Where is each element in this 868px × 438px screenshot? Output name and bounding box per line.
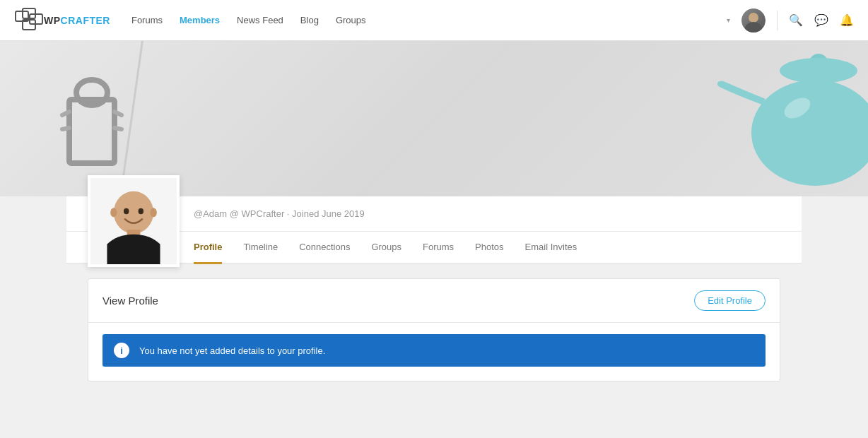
profile-avatar [88, 175, 180, 267]
main-content: @Adam @ WPCrafter · Joined June 2019 Pro… [0, 196, 868, 438]
svg-line-9 [62, 128, 69, 129]
info-message-banner: i You have not yet added details to your… [102, 334, 766, 367]
tab-connections[interactable]: Connections [299, 232, 350, 264]
notification-icon[interactable]: 🔔 [840, 13, 854, 28]
info-message-text: You have not yet added details to your p… [139, 345, 325, 356]
nav-forums[interactable]: Forums [131, 15, 163, 25]
svg-point-4 [749, 13, 758, 23]
tab-groups[interactable]: Groups [371, 232, 401, 264]
svg-point-13 [780, 58, 857, 83]
view-profile-card: View Profile Edit Profile i You have not… [88, 278, 780, 381]
avatar-image [741, 8, 766, 32]
nav-newsfeed[interactable]: News Feed [237, 15, 283, 25]
view-profile-header: View Profile Edit Profile [88, 279, 780, 323]
nav-groups[interactable]: Groups [336, 15, 366, 25]
header-divider [777, 11, 778, 30]
edit-profile-button[interactable]: Edit Profile [694, 290, 766, 311]
header-right: ▾ 🔍 💬 🔔 [727, 8, 854, 32]
tab-photos[interactable]: Photos [475, 232, 503, 264]
nav-members[interactable]: Members [180, 15, 220, 25]
profile-info: @Adam @ WPCrafter · Joined June 2019 [194, 208, 365, 219]
logo-text: WPCRAFTER [44, 15, 110, 26]
tab-email-invites[interactable]: Email Invites [525, 232, 577, 264]
site-header: WPCRAFTER Forums Members News Feed Blog … [0, 0, 868, 41]
svg-point-17 [114, 191, 153, 234]
message-icon[interactable]: 💬 [814, 13, 828, 28]
hero-banner [0, 41, 868, 196]
decoration-clip [57, 73, 127, 174]
svg-line-11 [115, 128, 122, 129]
logo[interactable]: WPCRAFTER [14, 6, 110, 35]
svg-point-21 [124, 208, 129, 214]
profile-body: View Profile Edit Profile i You have not… [66, 264, 802, 396]
svg-rect-7 [69, 100, 115, 163]
svg-point-22 [139, 208, 144, 214]
decoration-teapot [698, 41, 868, 196]
svg-point-14 [751, 80, 868, 186]
svg-point-20 [150, 208, 156, 217]
user-avatar-header[interactable] [741, 8, 766, 32]
main-nav: Forums Members News Feed Blog Groups [131, 15, 727, 25]
search-icon[interactable]: 🔍 [789, 13, 803, 28]
profile-username: @Adam @ WPCrafter · Joined June 2019 [194, 208, 365, 219]
nav-blog[interactable]: Blog [300, 15, 319, 25]
avatar-figure [90, 178, 177, 264]
tab-profile[interactable]: Profile [194, 232, 222, 264]
chevron-down-icon[interactable]: ▾ [727, 16, 730, 24]
view-profile-title: View Profile [102, 295, 158, 307]
tab-forums[interactable]: Forums [423, 232, 454, 264]
profile-container: @Adam @ WPCrafter · Joined June 2019 Pro… [66, 196, 802, 396]
svg-point-5 [745, 22, 762, 32]
logo-icon [14, 6, 44, 35]
svg-point-19 [110, 208, 117, 217]
tab-timeline[interactable]: Timeline [243, 232, 278, 264]
info-icon: i [114, 343, 129, 358]
